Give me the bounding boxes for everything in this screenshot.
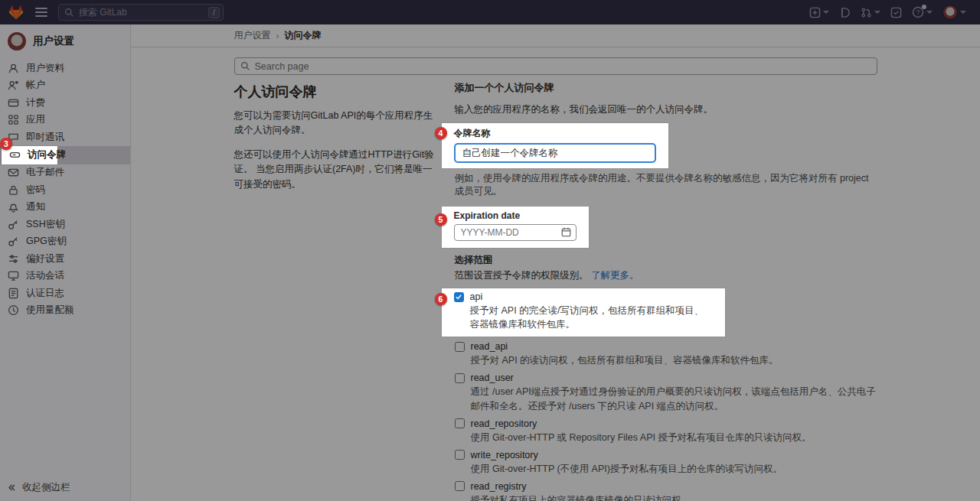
help-menu-button[interactable]: ? bbox=[912, 6, 933, 18]
profile-icon bbox=[8, 63, 19, 74]
breadcrumb-bar: 用户设置 › 访问令牌 bbox=[131, 24, 980, 47]
expiration-date-input[interactable] bbox=[454, 224, 577, 241]
annotation-badge-3: 3 bbox=[0, 138, 12, 150]
scope-description: 授予对 API 的读访问权，包括所有群组和项目、容器镜像库和软件包库。 bbox=[471, 353, 877, 367]
scope-checkbox[interactable] bbox=[455, 373, 465, 383]
expiration-label: Expiration date bbox=[454, 210, 577, 221]
token-name-label: 令牌名称 bbox=[454, 127, 656, 140]
scope-name[interactable]: read_api bbox=[471, 341, 508, 352]
hamburger-menu-icon[interactable] bbox=[35, 5, 47, 19]
gitlab-logo-icon[interactable] bbox=[8, 4, 24, 21]
sidebar-title: 用户设置 bbox=[33, 34, 74, 48]
learn-more-link[interactable]: 了解更多。 bbox=[591, 270, 639, 281]
plus-square-icon bbox=[809, 7, 821, 18]
scope-checkbox[interactable] bbox=[455, 450, 465, 460]
password-icon bbox=[8, 184, 19, 196]
scope-name[interactable]: read_user bbox=[471, 372, 514, 383]
sidebar-item-label: 计费 bbox=[26, 96, 45, 109]
sidebar-item-label: 用户资料 bbox=[26, 62, 64, 75]
scope-checkbox[interactable] bbox=[455, 342, 465, 352]
calendar-icon[interactable] bbox=[561, 227, 571, 237]
scope-row-read_registry: read_registry 授予对私有项目上的容器镜像库镜像的只读访问权。 bbox=[455, 481, 877, 501]
sidebar-item-key-SSH密钥[interactable]: SSH密钥 bbox=[0, 216, 130, 233]
scope-name[interactable]: read_registry bbox=[471, 481, 527, 492]
todo-list-button[interactable] bbox=[890, 7, 902, 18]
scope-row-read_user: read_user 通过 /user API端点授予对通过身份验证的用户概要的只… bbox=[455, 372, 877, 412]
slash-shortcut-badge: / bbox=[208, 7, 220, 18]
sidebar-item-profile-用户资料[interactable]: 用户资料 bbox=[0, 60, 130, 77]
sidebar-item-usage-使用量配额[interactable]: 使用量配额 bbox=[0, 302, 130, 320]
notification-dot bbox=[922, 5, 926, 9]
bell-icon bbox=[8, 201, 19, 213]
chevron-down-icon bbox=[926, 11, 933, 14]
scope-checkbox[interactable] bbox=[455, 481, 465, 491]
email-icon bbox=[8, 167, 19, 178]
expiration-spotlight: 5 Expiration date bbox=[442, 207, 589, 248]
gitlab-settings-page: 搜索 GitLab / ? bbox=[0, 0, 980, 501]
sidebar-item-label: GPG密钥 bbox=[26, 235, 67, 248]
user-menu-button[interactable] bbox=[942, 5, 966, 20]
scope-name[interactable]: api bbox=[470, 291, 483, 302]
top-navbar: 搜索 GitLab / ? bbox=[0, 0, 980, 24]
sidebar-item-log-认证日志[interactable]: 认证日志 bbox=[0, 285, 130, 302]
breadcrumb-parent[interactable]: 用户设置 bbox=[234, 29, 271, 42]
scope-row-read_api: read_api 授予对 API 的读访问权，包括所有群组和项目、容器镜像库和软… bbox=[455, 341, 877, 367]
todo-check-icon bbox=[890, 7, 902, 18]
chevron-down-icon bbox=[874, 11, 880, 14]
scopes-description-text: 范围设置授予令牌的权限级别。 bbox=[455, 270, 589, 281]
description-paragraph: 您还可以使用个人访问令牌通过HTTP进行Git验证。 当您启用两步认证(2FA)… bbox=[234, 148, 441, 192]
sidebar-spotlight[interactable]: 访问令牌3 bbox=[2, 146, 57, 164]
annotation-badge-4: 4 bbox=[435, 127, 447, 139]
issues-icon bbox=[839, 7, 851, 18]
scope-row-write_repository: write_repository 使用 Git-over-HTTP (不使用 A… bbox=[455, 450, 877, 476]
usage-icon bbox=[8, 304, 19, 316]
scope-name[interactable]: write_repository bbox=[471, 450, 538, 460]
scope-row-api: api 授予对 API 的完全读/写访问权，包括所有群组和项目、容器镜像库和软件… bbox=[442, 288, 725, 337]
issues-button[interactable] bbox=[839, 7, 851, 18]
sidebar-item-password-密码[interactable]: 密码 bbox=[0, 181, 130, 199]
sidebar-item-access-tokens-active[interactable]: 访问令牌3 bbox=[0, 146, 130, 164]
sidebar-item-chat-即时通讯[interactable]: 即时通讯 bbox=[0, 129, 130, 146]
key-icon bbox=[8, 219, 19, 230]
scopes-title: 选择范围 bbox=[455, 254, 877, 267]
billing-icon bbox=[8, 97, 19, 109]
global-search-placeholder: 搜索 GitLab bbox=[79, 6, 208, 19]
sidebar-item-label: 认证日志 bbox=[26, 287, 64, 300]
page-search-input[interactable] bbox=[234, 57, 877, 75]
merge-request-icon bbox=[861, 7, 872, 18]
collapse-sidebar-button[interactable]: 收起侧边栏 bbox=[8, 481, 70, 494]
global-search-input[interactable]: 搜索 GitLab / bbox=[58, 4, 224, 21]
new-menu-button[interactable] bbox=[809, 7, 829, 18]
key-icon bbox=[8, 236, 19, 247]
merge-requests-button[interactable] bbox=[861, 7, 880, 18]
sidebar-item-label: 帐户 bbox=[26, 79, 45, 92]
sidebar-item-key-GPG密钥[interactable]: GPG密钥 bbox=[0, 233, 130, 251]
sidebar-item-email-电子邮件[interactable]: 电子邮件 bbox=[0, 164, 130, 182]
scope-description: 通过 /user API端点授予对通过身份验证的用户概要的只读访问权，该端点包括… bbox=[471, 385, 877, 412]
sidebar-item-billing-计费[interactable]: 计费 bbox=[0, 94, 130, 112]
avatar bbox=[942, 5, 958, 20]
sidebar-item-monitor-活动会话[interactable]: 活动会话 bbox=[0, 268, 130, 285]
scopes-description: 范围设置授予令牌的权限级别。 了解更多。 bbox=[455, 269, 877, 282]
sidebar-item-account-帐户[interactable]: 帐户 bbox=[0, 77, 130, 95]
sidebar-item-label: 电子邮件 bbox=[26, 166, 64, 179]
token-icon bbox=[9, 149, 21, 161]
form-section-title: 添加一个个人访问令牌 bbox=[455, 81, 877, 95]
scope-checkbox-checked[interactable] bbox=[454, 292, 464, 302]
scope-checkbox[interactable] bbox=[455, 418, 465, 428]
sidebar-item-sliders-偏好设置[interactable]: 偏好设置 bbox=[0, 250, 130, 268]
annotation-badge-5: 5 bbox=[435, 213, 447, 226]
token-name-input[interactable] bbox=[454, 143, 656, 163]
monitor-icon bbox=[8, 270, 19, 281]
breadcrumb-current: 访问令牌 bbox=[285, 29, 322, 42]
sidebar-item-bell-通知[interactable]: 通知 bbox=[0, 199, 130, 216]
sidebar-header: 用户设置 bbox=[0, 24, 130, 60]
scope-description: 使用 Git-over-HTTP (不使用 API)授予对私有项目上的仓库的读写… bbox=[471, 462, 877, 476]
description-column: 个人访问令牌 您可以为需要访问GitLab API的每个应用程序生成个人访问令牌… bbox=[234, 81, 441, 501]
breadcrumb-separator: › bbox=[276, 31, 279, 41]
log-icon bbox=[8, 288, 19, 299]
scope-name[interactable]: read_repository bbox=[471, 418, 537, 429]
scope-description: 授予对私有项目上的容器镜像库镜像的只读访问权。 bbox=[471, 493, 877, 501]
settings-sidebar: 用户设置 用户资料 帐户 计费 应用 即时通讯 访问令牌3 电子邮件 密码 通知… bbox=[0, 24, 131, 501]
sidebar-item-apps-应用[interactable]: 应用 bbox=[0, 112, 130, 129]
